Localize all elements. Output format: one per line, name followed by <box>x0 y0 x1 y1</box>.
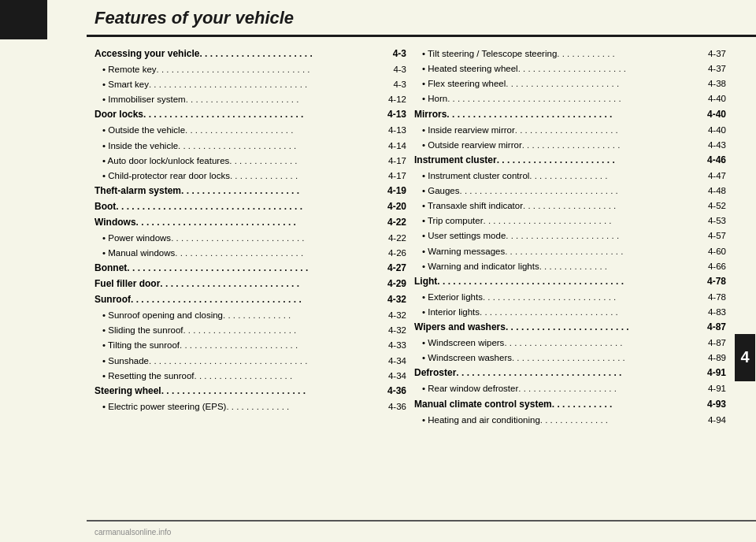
entry-label: Windows <box>94 215 136 230</box>
entry-page-number: 4-52 <box>708 199 726 213</box>
entry-page-number: 4-20 <box>387 199 406 214</box>
entry-page-number: 4-91 <box>708 381 726 395</box>
content-area: Features of your vehicle Accessing your … <box>87 0 756 542</box>
entry-page-number: 4-29 <box>387 277 406 291</box>
entry-page-number: 4-87 <box>707 320 726 335</box>
entry-dots: . . . . . . . . . . . . . . . . . . . . … <box>518 61 708 76</box>
toc-sub-entry: • Outside rearview mirror. . . . . . . .… <box>414 138 726 152</box>
entry-dots: . . . . . . . . . . . . . . . . . . . . … <box>483 290 708 304</box>
entry-dots: . . . . . . . . . . . . . . . . . . . . … <box>505 244 708 258</box>
entry-label: Bonnet <box>94 261 127 276</box>
entry-label: • Warning messages <box>422 244 505 258</box>
toc-sub-entry: • User settings mode. . . . . . . . . . … <box>414 228 726 243</box>
entry-label: • Tilting the sunroof <box>102 338 180 352</box>
toc-main-entry: Windows . . . . . . . . . . . . . . . . … <box>94 215 406 230</box>
entry-page-number: 4-13 <box>387 107 406 122</box>
entry-dots: . . . . . . . . . . . . . . . . . . . . … <box>131 292 387 307</box>
left-column: Accessing your vehicle . . . . . . . . .… <box>94 46 406 512</box>
toc-main-entry: Door locks . . . . . . . . . . . . . . .… <box>94 107 406 122</box>
toc-sub-entry: • Flex steering wheel . . . . . . . . . … <box>414 76 726 91</box>
toc-sub-entry: • Smart key. . . . . . . . . . . . . . .… <box>94 77 406 91</box>
entry-dots: . . . . . . . . . . . . . . . . . . . <box>523 199 708 213</box>
toc-main-entry: Theft-alarm system . . . . . . . . . . .… <box>94 184 406 199</box>
entry-page-number: 4-57 <box>708 228 726 243</box>
entry-label: • Manual windows <box>102 246 175 260</box>
toc-main-entry: Instrument cluster . . . . . . . . . . .… <box>414 153 726 168</box>
entry-label: • Heated steering wheel <box>422 61 518 76</box>
entry-label: • Electric power steering (EPS) <box>102 399 226 414</box>
entry-page-number: 4-34 <box>388 369 406 383</box>
entry-page-number: 4-13 <box>388 123 406 137</box>
entry-dots: . . . . . . . . . . . . . . . . . . . . … <box>447 107 707 122</box>
entry-page-number: 4-3 <box>393 46 406 61</box>
entry-label: Theft-alarm system <box>94 184 181 199</box>
entry-page-number: 4-37 <box>708 61 726 76</box>
entry-dots: . . . . . . . . . . . . . . . . . . . . … <box>181 184 387 199</box>
toc-sub-entry: • Windscreen wipers . . . . . . . . . . … <box>414 336 726 350</box>
entry-label: • Interior lights <box>422 305 480 319</box>
entry-page-number: 4-48 <box>708 184 726 198</box>
entry-page-number: 4-26 <box>388 246 406 260</box>
toc-main-entry: Manual climate control system . . . . . … <box>414 397 726 412</box>
toc-sub-entry: • Heating and air conditioning . . . . .… <box>414 413 726 427</box>
entry-label: Wipers and washers <box>414 320 506 335</box>
entry-page-number: 4-32 <box>387 292 406 307</box>
toc-main-entry: Accessing your vehicle . . . . . . . . .… <box>94 46 406 61</box>
entry-dots: . . . . . . . . . . . . . . . . . . . . <box>518 381 708 395</box>
entry-page-number: 4-94 <box>708 413 726 427</box>
entry-dots: . . . . . . . . . . . . . <box>226 399 388 414</box>
entry-dots: . . . . . . . . . . . . . . . . . . . . … <box>512 351 708 365</box>
toc-main-entry: Sunroof . . . . . . . . . . . . . . . . … <box>94 292 406 307</box>
toc-sub-entry: • Power windows . . . . . . . . . . . . … <box>94 231 406 245</box>
toc-sub-entry: • Horn . . . . . . . . . . . . . . . . .… <box>414 91 726 106</box>
entry-page-number: 4-3 <box>393 62 406 76</box>
chapter-tab: 4 <box>734 37 756 520</box>
entry-page-number: 4-66 <box>708 259 726 273</box>
black-square <box>0 0 47 39</box>
entry-label: • Smart key <box>102 77 149 91</box>
entry-label: • Inside the vehicle <box>102 139 178 153</box>
entry-label: Steering wheel <box>94 384 161 399</box>
entry-label: Fuel filler door <box>94 277 160 291</box>
entry-label: Door locks <box>94 107 143 122</box>
entry-label: • Child-protector rear door locks <box>102 169 230 183</box>
entry-dots: . . . . . . . . . . . . . . . . . . . . … <box>180 338 388 352</box>
right-column: • Tilt steering / Telescope steering . .… <box>414 46 726 512</box>
entry-dots: . . . . . . . . . . . . <box>557 46 708 61</box>
entry-label: Sunroof <box>94 292 131 307</box>
entry-page-number: 4-37 <box>708 46 726 61</box>
toc-sub-entry: • Electric power steering (EPS) . . . . … <box>94 399 406 414</box>
entry-label: • Windscreen wipers <box>422 336 504 350</box>
footer-text: carmanualsonline.info <box>94 528 171 536</box>
entry-label: Accessing your vehicle <box>94 46 199 61</box>
toc-sub-entry: • Transaxle shift indicator. . . . . . .… <box>414 199 726 213</box>
toc-sub-entry: • Sunroof opening and closing . . . . . … <box>94 308 406 322</box>
entry-dots: . . . . . . . . . . . . . . . . . . . . … <box>143 107 387 122</box>
entry-label: • Sliding the sunroof <box>102 323 183 337</box>
entry-page-number: 4-89 <box>708 351 726 365</box>
chapter-number: 4 <box>735 334 755 381</box>
entry-dots: . . . . . . . . . . . . <box>552 397 707 412</box>
toc-sub-entry: • Inside the vehicle. . . . . . . . . . … <box>94 139 406 153</box>
entry-dots: . . . . . . . . . . . . . . . . . . . . … <box>160 277 387 291</box>
entry-dots: . . . . . . . . . . . . . . . . . . . . … <box>149 77 393 91</box>
page-title: Features of your vehicle <box>94 8 294 28</box>
entry-dots: . . . . . . . . . . . . . . . . . . . . … <box>178 139 388 153</box>
entry-page-number: 4-87 <box>708 336 726 350</box>
entry-dots: . . . . . . . . . . . . . . . . . . . . … <box>149 354 388 368</box>
entry-dots: . . . . . . . . . . . . . . . . . . . . … <box>460 184 708 198</box>
footer: carmanualsonline.info <box>87 520 756 542</box>
entry-dots: . . . . . . . . . . . . . . . . . . . . … <box>480 305 708 319</box>
toc-sub-entry: • Trip computer . . . . . . . . . . . . … <box>414 213 726 228</box>
entry-page-number: 4-14 <box>388 139 406 153</box>
entry-dots: . . . . . . . . . . . . . . . . . . . . … <box>504 336 708 350</box>
left-sidebar <box>0 0 87 542</box>
entry-dots: . . . . . . . . . . . . . . . . . . . . … <box>161 384 387 399</box>
entry-label: • Power windows <box>102 231 171 245</box>
entry-page-number: 4-60 <box>708 244 726 258</box>
entry-label: Manual climate control system <box>414 397 552 412</box>
entry-label: • Transaxle shift indicator <box>422 199 523 213</box>
entry-page-number: 4-78 <box>708 290 726 304</box>
entry-dots: . . . . . . . . . . . . . . . . . . . . … <box>515 123 708 137</box>
entry-page-number: 4-40 <box>708 91 726 106</box>
